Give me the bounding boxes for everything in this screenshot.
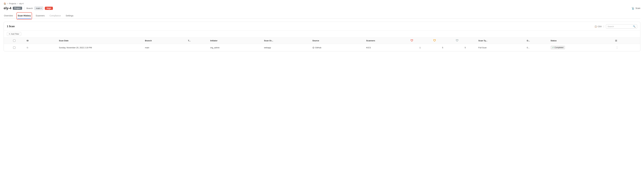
table-body: ⧉ Sunday, November 20, 2022 2:19 PM main…: [4, 44, 640, 51]
col-header-checkbox: [4, 37, 25, 44]
chevron-down-icon: ▾: [41, 7, 42, 9]
search-box[interactable]: 🔍: [606, 24, 637, 29]
col-header-t[interactable]: T...: [186, 37, 208, 44]
breadcrumb-sep-2: >: [17, 2, 18, 5]
row-t: [186, 44, 208, 51]
row-branch: main: [143, 44, 186, 51]
scan-table: ID Scan Date Branch T... Initiator Scan …: [4, 37, 640, 51]
severity-badge: High: [45, 7, 53, 10]
search-icon: 🔍: [633, 25, 636, 28]
row-actions: ⋮: [613, 44, 640, 51]
search-input[interactable]: [608, 25, 632, 28]
scan-button-label: Scan: [636, 7, 640, 9]
col-header-d[interactable]: D...: [525, 37, 549, 44]
table-header: ID Scan Date Branch T... Initiator Scan …: [4, 37, 640, 44]
row-low: 5: [454, 44, 476, 51]
table-row: ⧉ Sunday, November 20, 2022 2:19 PM main…: [4, 44, 640, 51]
scan-history-card: 1 Scan 📋 CSV | 🔍 ≡ Add Filter: [4, 22, 640, 51]
filter-row: ≡ Add Filter: [4, 30, 640, 37]
col-header-scan-origin[interactable]: Scan Or...: [262, 37, 310, 44]
csv-button[interactable]: 📋 CSV: [594, 25, 602, 28]
row-more-button[interactable]: ⋮: [615, 46, 619, 49]
row-high: 1: [409, 44, 431, 51]
breadcrumb: 🏠 > Projects > ely-4: [4, 2, 640, 5]
col-header-high: 🛡: [409, 37, 431, 44]
header-divider: [24, 7, 24, 10]
tab-settings[interactable]: Settings: [66, 13, 74, 19]
row-checkbox-cell: [4, 44, 25, 51]
col-header-scan-type[interactable]: Scan Ty...: [476, 37, 525, 44]
row-scanners: KICS: [364, 44, 409, 51]
source-label: GitHub: [315, 46, 321, 49]
col-header-scan-date[interactable]: Scan Date: [57, 37, 143, 44]
tab-scan-history[interactable]: Scan History: [17, 13, 31, 19]
add-filter-label: Add Filter: [11, 33, 19, 35]
col-header-source[interactable]: Source: [310, 37, 364, 44]
col-header-status[interactable]: Status: [549, 37, 613, 44]
row-scan-date: Sunday, November 20, 2022 2:19 PM: [57, 44, 143, 51]
card-title: 1 Scan: [7, 25, 15, 28]
radar-icon: 📡: [632, 7, 634, 10]
github-icon: ⊙: [312, 46, 314, 49]
branch-dropdown[interactable]: main ▾: [34, 6, 43, 10]
csv-label: CSV: [598, 25, 602, 28]
shield-low-icon: 🛡: [456, 39, 458, 42]
col-header-low: 🛡: [454, 37, 476, 44]
tab-overview[interactable]: Overview: [4, 13, 13, 19]
project-title: ely-4: [4, 6, 11, 10]
col-header-branch[interactable]: Branch: [143, 37, 186, 44]
breadcrumb-current[interactable]: ely-4: [19, 2, 24, 5]
breadcrumb-projects[interactable]: Projects: [9, 2, 16, 5]
row-id: ⧉: [25, 44, 57, 51]
row-checkbox[interactable]: [13, 46, 16, 49]
shield-high-icon: 🛡: [410, 39, 413, 42]
shield-medium-icon: 🛡: [433, 39, 436, 42]
csv-icon: 📋: [594, 25, 597, 28]
breadcrumb-sep-1: >: [7, 2, 8, 5]
tab-scanners[interactable]: Scanners: [35, 13, 45, 19]
header-left: ely-4 Project Branch main ▾ High: [4, 6, 53, 10]
actions-divider: |: [604, 25, 604, 28]
copy-id-icon[interactable]: ⧉: [27, 46, 28, 49]
row-scan-type: Full Scan: [476, 44, 525, 51]
filter-icon: ≡: [9, 33, 10, 35]
tabs-row: Overview Scan History Scanners Complianc…: [4, 13, 640, 19]
row-scan-origin: webapp: [262, 44, 310, 51]
row-status: ✓ Completed: [549, 44, 613, 51]
add-filter-button[interactable]: ≡ Add Filter: [7, 32, 21, 36]
column-config-icon[interactable]: ⊞: [615, 39, 617, 42]
col-header-actions: ⊞: [613, 37, 640, 44]
branch-value: main: [36, 7, 40, 9]
col-header-medium: 🛡: [432, 37, 454, 44]
branch-label: Branch: [26, 7, 33, 9]
header-row: ely-4 Project Branch main ▾ High 📡 Scan: [4, 6, 640, 10]
home-icon[interactable]: 🏠: [4, 2, 6, 5]
select-all-checkbox[interactable]: [13, 39, 16, 42]
tab-compliance: Compliance: [49, 13, 61, 19]
row-d: 0...: [525, 44, 549, 51]
row-source: ⊙ GitHub: [310, 44, 364, 51]
checkmark-icon: ✓: [552, 46, 554, 49]
card-header: 1 Scan 📋 CSV | 🔍: [4, 22, 640, 30]
col-header-scanners[interactable]: Scanners: [364, 37, 409, 44]
card-actions: 📋 CSV | 🔍: [594, 24, 637, 29]
col-header-initiator[interactable]: Initiator: [208, 37, 262, 44]
row-medium: 5: [432, 44, 454, 51]
project-badge: Project: [13, 7, 22, 10]
status-badge: ✓ Completed: [550, 46, 565, 49]
row-initiator: org_admin: [208, 44, 262, 51]
col-header-id: ID: [25, 37, 57, 44]
status-label: Completed: [554, 46, 564, 49]
scan-button[interactable]: 📡 Scan: [632, 7, 640, 10]
